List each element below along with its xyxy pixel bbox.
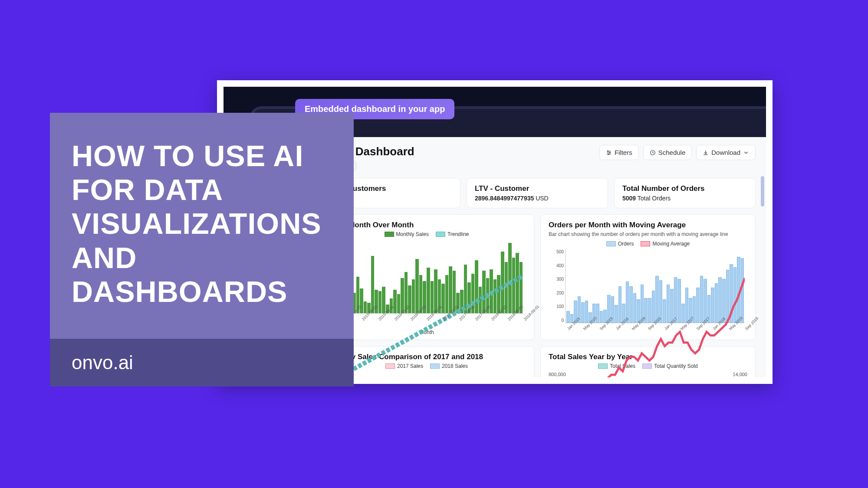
x-axis-label: Month bbox=[327, 329, 526, 335]
x-axis-ticks: Jan 2015May 2015Sep 2015Jan 2016May 2016… bbox=[565, 325, 747, 329]
legend-swatch bbox=[598, 364, 608, 369]
x-axis-ticks: 2015-01-012015-05-012015-09-012016-01-01… bbox=[344, 315, 526, 320]
scrollbar[interactable] bbox=[761, 176, 764, 369]
legend-swatch bbox=[641, 241, 650, 246]
chart-plot-area: 5004003002001000 bbox=[565, 249, 745, 323]
schedule-button[interactable]: Schedule bbox=[643, 145, 692, 160]
legend-swatch bbox=[606, 241, 616, 246]
y-ticks-dual: 800,000 14,000 bbox=[549, 372, 747, 377]
charts-row-2: Monthly Sales Comparison of 2017 and 201… bbox=[319, 346, 756, 377]
legend-swatch bbox=[436, 232, 445, 237]
promo-brand: onvo.ai bbox=[72, 352, 133, 373]
svg-point-4 bbox=[609, 152, 610, 153]
stat-title: LTV - Customer bbox=[475, 184, 600, 193]
legend-label: 2018 Sales bbox=[442, 363, 468, 369]
embedded-badge-label: Embedded dashboard in your app bbox=[305, 104, 445, 114]
schedule-label: Schedule bbox=[658, 149, 686, 156]
stat-num: 5009 bbox=[622, 195, 636, 202]
legend-label: Monthly Sales bbox=[396, 231, 429, 237]
legend-item: Orders bbox=[606, 241, 634, 247]
legend-item: Moving Average bbox=[641, 241, 690, 247]
legend-item: 2017 Sales bbox=[385, 363, 423, 369]
legend-swatch bbox=[385, 364, 395, 369]
legend-swatch bbox=[642, 364, 652, 369]
download-icon bbox=[703, 150, 709, 156]
legend-item: 2018 Sales bbox=[430, 363, 468, 369]
legend-label: Orders bbox=[618, 241, 634, 247]
chart-title: Total Sales Year by Year bbox=[549, 353, 747, 361]
svg-point-5 bbox=[608, 154, 609, 154]
stat-value: 2896.8484997477935 USD bbox=[475, 195, 600, 202]
legend-label: Total Quantity Sold bbox=[654, 363, 698, 369]
legend-label: Trendline bbox=[447, 231, 469, 237]
chart-title: Monthly Sales Comparison of 2017 and 201… bbox=[327, 353, 526, 361]
y-tick: 120,000 bbox=[329, 372, 526, 377]
legend-swatch bbox=[385, 232, 394, 237]
svg-point-3 bbox=[607, 151, 608, 151]
dashboard-actions: Filters Schedule Download bbox=[599, 145, 756, 160]
stat-unit: USD bbox=[536, 195, 549, 202]
filters-label: Filters bbox=[615, 149, 632, 156]
sliders-icon bbox=[606, 150, 612, 156]
legend-item: Total Quantity Sold bbox=[642, 363, 698, 369]
stat-cards-row: of All Customers unt LTV - Customer 2896… bbox=[319, 178, 756, 208]
stat-card-orders[interactable]: Total Number of Orders 5009 Total Orders bbox=[614, 178, 756, 208]
chart-plot-area: 0000000000000000 bbox=[344, 240, 523, 314]
clock-icon bbox=[650, 150, 656, 156]
chevron-down-icon bbox=[743, 150, 749, 156]
promo-title: HOW TO USE AI FOR DATA VISUALIZATIONS AN… bbox=[72, 139, 332, 308]
scroll-thumb[interactable] bbox=[761, 176, 764, 206]
charts-row-1: Sales Month Over Month Monthly Sales Tre… bbox=[319, 214, 756, 340]
chart-legend: Orders Moving Average bbox=[549, 241, 747, 247]
legend-item: Total Sales bbox=[598, 363, 635, 369]
promo-brand-block: onvo.ai bbox=[50, 339, 354, 386]
stat-value: 5009 Total Orders bbox=[622, 195, 747, 202]
chart-legend: 2017 Sales 2018 Sales bbox=[327, 363, 526, 369]
chart-title: Sales Month Over Month bbox=[327, 221, 526, 229]
stat-card-ltv[interactable]: LTV - Customer 2896.8484997477935 USD bbox=[467, 178, 608, 208]
legend-label: Total Sales bbox=[610, 363, 635, 369]
chart-legend: Total Sales Total Quantity Sold bbox=[549, 363, 747, 369]
legend-item: Monthly Sales bbox=[385, 231, 429, 237]
chart-sales-yearly[interactable]: Total Sales Year by Year Total Sales Tot… bbox=[540, 346, 756, 377]
legend-label: Moving Average bbox=[652, 241, 690, 247]
download-label: Download bbox=[711, 149, 740, 156]
chart-bars bbox=[566, 249, 744, 323]
y-tick-right: 14,000 bbox=[733, 372, 747, 377]
chart-title: Orders per Month with Moving Average bbox=[549, 221, 747, 229]
filters-button[interactable]: Filters bbox=[599, 145, 639, 160]
stat-title: Total Number of Orders bbox=[622, 184, 747, 193]
chart-bars bbox=[345, 240, 523, 313]
dashboard-panel: merce Dashboard efreshing... Filters Sch… bbox=[309, 137, 766, 377]
legend-swatch bbox=[430, 364, 440, 369]
y-axis-ticks: 5004003002001000 bbox=[548, 249, 564, 323]
chart-orders-ma[interactable]: Orders per Month with Moving Average Bar… bbox=[540, 214, 756, 340]
dashboard-header: merce Dashboard efreshing... Filters Sch… bbox=[319, 145, 756, 171]
promo-overlay: HOW TO USE AI FOR DATA VISUALIZATIONS AN… bbox=[50, 113, 354, 386]
chart-legend: Monthly Sales Trendline bbox=[327, 231, 526, 237]
download-button[interactable]: Download bbox=[696, 145, 756, 160]
stat-num: 2896.8484997477935 bbox=[475, 195, 534, 202]
stat-unit: Total Orders bbox=[638, 195, 671, 202]
legend-label: 2017 Sales bbox=[397, 363, 423, 369]
chart-subtitle: Bar chart showing the number of orders p… bbox=[549, 231, 747, 237]
legend-item: Trendline bbox=[436, 231, 469, 237]
y-tick-left: 800,000 bbox=[549, 372, 566, 377]
promo-title-block: HOW TO USE AI FOR DATA VISUALIZATIONS AN… bbox=[50, 113, 354, 339]
